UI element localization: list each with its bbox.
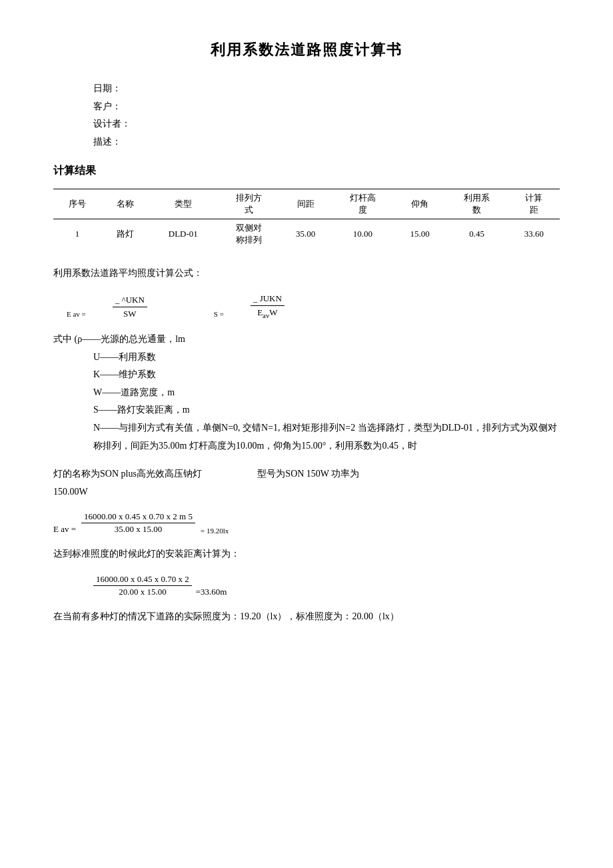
var-S: S——路灯安装距离，m — [93, 401, 560, 419]
final-result: 在当前有多种灯的情况下道路的实际照度为：19.20（lx），标准照度为：20.0… — [53, 608, 560, 626]
col-spacing: 间距 — [280, 189, 331, 219]
dist-calc-row: 16000.00 x 0.45 x 0.70 x 2 20.00 x 15.00… — [93, 574, 560, 597]
lamp-name: 灯的名称为SON plus高光效高压钠灯 — [53, 469, 202, 479]
eav-denominator: 35.00 x 15.00 — [112, 523, 165, 535]
lamp-model: 型号为SON 150W 功率为 — [257, 469, 359, 479]
formula-left-prefix: E av = — [67, 310, 86, 318]
dist-numerator: 16000.00 x 0.45 x 0.70 x 2 — [93, 574, 192, 586]
table-row: 1 路灯 DLD-01 双侧对称排列 35.00 10.00 15.00 0.4… — [53, 219, 560, 249]
formula-intro: 利用系数法道路平均照度计算公式： — [53, 265, 560, 283]
formula-left-fraction: _ ^UKN SW — [113, 295, 147, 319]
install-dist-label: 达到标准照度的时候此灯的安装距离计算为： — [53, 545, 560, 563]
dist-result: =33.60m — [196, 587, 227, 597]
eav-numerator: 16000.00 x 0.45 x 0.70 x 2 m 5 — [81, 511, 195, 523]
col-angle: 仰角 — [394, 189, 445, 219]
designer-field: 设计者： — [93, 115, 560, 133]
cell-seq: 1 — [53, 219, 101, 249]
var-K: K——维护系数 — [93, 366, 560, 384]
formula-right-fraction: _ JUKN EavW — [251, 293, 285, 319]
formula-right-numerator: _ JUKN — [251, 293, 285, 306]
desc-field: 描述： — [93, 133, 560, 151]
col-calcdist: 计算距 — [508, 189, 560, 219]
eav-label: E av = — [53, 524, 76, 535]
variables-section: 式中 (ρ——光源的总光通量，lm U——利用系数 K——维护系数 W——道路宽… — [53, 330, 560, 455]
var-U: U——利用系数 — [93, 349, 560, 367]
lamp-power: 150.00W — [53, 487, 88, 497]
eav-result: = 19.20lx — [201, 527, 229, 535]
cell-name: 路灯 — [101, 219, 149, 249]
formula-left-numerator: _ ^UKN — [113, 295, 147, 307]
page-title: 利用系数法道路照度计算书 — [53, 40, 560, 60]
var-phi: 式中 (ρ——光源的总光通量，lm — [53, 330, 560, 349]
col-seq: 序号 — [53, 189, 101, 219]
dist-calc-section: 16000.00 x 0.45 x 0.70 x 2 20.00 x 15.00… — [53, 574, 560, 597]
col-arrangement: 排列方式 — [217, 189, 280, 219]
date-field: 日期： — [93, 80, 560, 98]
dist-denominator: 20.00 x 15.00 — [116, 586, 169, 597]
col-type: 类型 — [149, 189, 218, 219]
cell-arrangement: 双侧对称排列 — [217, 219, 280, 249]
formula-right-prefix: S = — [214, 310, 224, 318]
results-table: 序号 名称 类型 排列方式 间距 灯杆高度 仰角 利用系数 计算距 1 路灯 D… — [53, 189, 560, 249]
col-util: 利用系数 — [446, 189, 508, 219]
cell-height: 10.00 — [331, 219, 394, 249]
cell-angle: 15.00 — [394, 219, 445, 249]
dist-fraction: 16000.00 x 0.45 x 0.70 x 2 20.00 x 15.00 — [93, 574, 192, 597]
section-results-title: 计算结果 — [53, 164, 560, 178]
formula-right-denominator: EavW — [255, 306, 280, 319]
eav-calc-section: E av = 16000.00 x 0.45 x 0.70 x 2 m 5 35… — [53, 511, 560, 535]
col-name: 名称 — [101, 189, 149, 219]
col-height: 灯杆高度 — [331, 189, 394, 219]
page-container: 利用系数法道路照度计算书 日期： 客户： 设计者： 描述： 计算结果 序号 名称… — [53, 40, 560, 626]
var-N: N——与排列方式有关值，单侧N=0, 交错N=1, 相对矩形排列N=2 当选择路… — [93, 419, 560, 455]
var-W: W——道路宽度，m — [93, 384, 560, 402]
formula-block: E av = _ ^UKN SW S = _ JUKN EavW — [67, 293, 560, 319]
formula-left-denominator: SW — [121, 307, 139, 319]
lamp-info-section: 灯的名称为SON plus高光效高压钠灯 型号为SON 150W 功率为 150… — [53, 465, 560, 501]
cell-calcdist: 33.60 — [508, 219, 560, 249]
eav-fraction: 16000.00 x 0.45 x 0.70 x 2 m 5 35.00 x 1… — [81, 511, 195, 535]
client-field: 客户： — [93, 98, 560, 116]
cell-util: 0.45 — [446, 219, 508, 249]
cell-type: DLD-01 — [149, 219, 218, 249]
eav-calc-row: E av = 16000.00 x 0.45 x 0.70 x 2 m 5 35… — [53, 511, 560, 535]
cell-spacing: 35.00 — [280, 219, 331, 249]
meta-info: 日期： 客户： 设计者： 描述： — [93, 80, 560, 151]
